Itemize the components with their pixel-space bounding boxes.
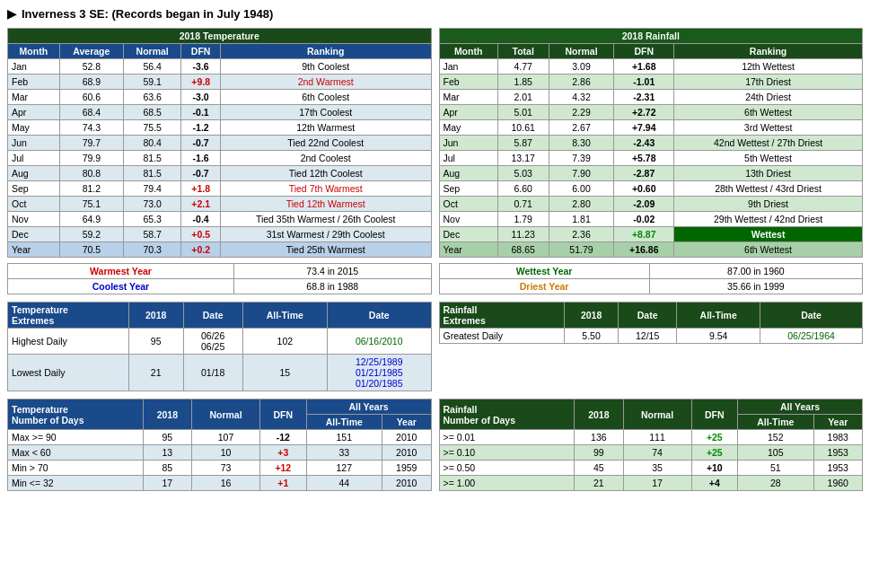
wettest-label: Wettest Year xyxy=(439,264,649,279)
table-row: Jan xyxy=(439,59,497,75)
table-row: Aug xyxy=(439,166,497,181)
rain-extremes-header-label: RainfallExtremes xyxy=(439,303,565,329)
rain-days-section: RainfallNumber of Days 2018 Normal DFN A… xyxy=(439,399,864,491)
rain-days-table: RainfallNumber of Days 2018 Normal DFN A… xyxy=(439,399,864,491)
wettest-value: 87.00 in 1960 xyxy=(649,264,862,279)
temp-col-dfn: DFN xyxy=(181,44,221,59)
table-row: Highest Daily xyxy=(8,329,129,355)
temp-col-avg: Average xyxy=(59,44,123,59)
temp-records: Warmest Year 73.4 in 2015 Coolest Year 6… xyxy=(7,263,432,294)
table-row: Min > 70 xyxy=(8,461,144,476)
rain-extremes-col-2018: 2018 xyxy=(565,303,619,329)
temp-col-ranking: Ranking xyxy=(220,44,431,59)
table-row: Jun xyxy=(439,136,497,151)
temp-days-col-year: Year xyxy=(382,415,431,430)
temp-days-col-2018: 2018 xyxy=(143,399,191,430)
rain-col-month: Month xyxy=(439,44,497,59)
temp-days-col-alltime: All-Time xyxy=(306,415,382,430)
driest-value: 35.66 in 1999 xyxy=(649,279,862,294)
rain-col-normal: Normal xyxy=(549,44,614,59)
temp-days-table: TemperatureNumber of Days 2018 Normal DF… xyxy=(7,399,432,491)
rain-col-ranking: Ranking xyxy=(674,44,863,59)
coolest-value: 68.8 in 1988 xyxy=(234,279,432,294)
table-row: Greatest Daily xyxy=(439,329,565,344)
rain-days-col-year: Year xyxy=(813,415,862,430)
driest-label: Driest Year xyxy=(439,279,649,294)
table-row: Oct xyxy=(8,197,60,212)
table-row: Dec xyxy=(439,227,497,242)
table-row: Jun xyxy=(8,136,60,151)
temp-days-header-label: TemperatureNumber of Days xyxy=(8,399,144,430)
play-icon: ▶ xyxy=(7,7,16,21)
rain-days-col-allyears: All Years xyxy=(738,399,863,415)
rain-col-total: Total xyxy=(497,44,549,59)
table-row: Mar xyxy=(439,90,497,105)
table-row: Feb xyxy=(8,75,60,90)
temp-extremes-col-2018: 2018 xyxy=(128,303,183,329)
table-row: May xyxy=(8,120,60,136)
rain-extremes-col-alltime: All-Time xyxy=(677,303,760,329)
temp-days-col-normal: Normal xyxy=(192,399,260,430)
table-row: Dec xyxy=(8,227,60,242)
rain-days-col-normal: Normal xyxy=(623,399,691,430)
table-row: Feb xyxy=(439,75,497,90)
page: ▶ Inverness 3 SE: (Records began in July… xyxy=(0,0,870,498)
rain-extremes-table: RainfallExtremes 2018 Date All-Time Date… xyxy=(439,302,864,344)
warmest-value: 73.4 in 2015 xyxy=(234,264,432,279)
temp-days-col-allyears: All Years xyxy=(306,399,431,415)
rain-days-header-label: RainfallNumber of Days xyxy=(439,399,575,430)
table-row: Max < 60 xyxy=(8,445,144,461)
subtitle-text: (Records began in July 1948) xyxy=(111,7,273,21)
table-row: Min <= 32 xyxy=(8,476,144,491)
table-row: >= 0.10 xyxy=(439,445,575,461)
warmest-label: Warmest Year xyxy=(8,264,234,279)
temp-extremes-col-date: Date xyxy=(183,303,242,329)
page-title: Inverness 3 SE: (Records began in July 1… xyxy=(22,7,273,21)
temp-days-col-dfn: DFN xyxy=(260,399,306,430)
table-row: May xyxy=(439,120,497,136)
table-row: >= 0.01 xyxy=(439,430,575,445)
temp-extremes-header-label: TemperatureExtremes xyxy=(8,303,129,329)
temp-col-month: Month xyxy=(8,44,60,59)
temp-days-section: TemperatureNumber of Days 2018 Normal DF… xyxy=(7,399,432,491)
table-row: Aug xyxy=(8,166,60,181)
table-row: Year xyxy=(8,242,60,258)
table-row: Jul xyxy=(439,151,497,166)
temp-table-section: 2018 Temperature Month Average Normal DF… xyxy=(7,28,432,294)
table-row: >= 0.50 xyxy=(439,461,575,476)
rain-days-col-dfn: DFN xyxy=(691,399,737,430)
days-grid: TemperatureNumber of Days 2018 Normal DF… xyxy=(7,399,863,491)
warmest-row: Warmest Year 73.4 in 2015 xyxy=(8,264,432,279)
temp-extremes-table: TemperatureExtremes 2018 Date All-Time D… xyxy=(7,302,432,391)
table-row: Max >= 90 xyxy=(8,430,144,445)
table-row: Mar xyxy=(8,90,60,105)
rain-section-header: 2018 Rainfall xyxy=(439,29,863,44)
table-row: Oct xyxy=(439,197,497,212)
temp-table: 2018 Temperature Month Average Normal DF… xyxy=(7,28,432,258)
title-text: Inverness 3 SE: xyxy=(22,7,109,21)
rain-records: Wettest Year 87.00 in 1960 Driest Year 3… xyxy=(439,263,864,294)
coolest-row: Coolest Year 68.8 in 1988 xyxy=(8,279,432,294)
table-row: Sep xyxy=(8,181,60,197)
title-row: ▶ Inverness 3 SE: (Records began in July… xyxy=(7,7,863,21)
table-row: Apr xyxy=(8,105,60,120)
rain-records-table: Wettest Year 87.00 in 1960 Driest Year 3… xyxy=(439,263,864,294)
temp-records-table: Warmest Year 73.4 in 2015 Coolest Year 6… xyxy=(7,263,432,294)
wettest-row: Wettest Year 87.00 in 1960 xyxy=(439,264,863,279)
temp-extremes-section: TemperatureExtremes 2018 Date All-Time D… xyxy=(7,302,432,391)
rain-table-section: 2018 Rainfall Month Total Normal DFN Ran… xyxy=(439,28,864,294)
top-tables-grid: 2018 Temperature Month Average Normal DF… xyxy=(7,28,863,294)
rain-table: 2018 Rainfall Month Total Normal DFN Ran… xyxy=(439,28,864,258)
rain-extremes-col-alltime-date: Date xyxy=(760,303,863,329)
temp-section-header: 2018 Temperature xyxy=(8,29,432,44)
table-row: Nov xyxy=(439,212,497,227)
temp-col-normal: Normal xyxy=(124,44,181,59)
rain-col-dfn: DFN xyxy=(614,44,674,59)
table-row: Sep xyxy=(439,181,497,197)
rain-extremes-col-date: Date xyxy=(619,303,677,329)
coolest-label: Coolest Year xyxy=(8,279,234,294)
temp-extremes-col-alltime: All-Time xyxy=(242,303,327,329)
rain-days-col-2018: 2018 xyxy=(575,399,623,430)
table-row: Nov xyxy=(8,212,60,227)
driest-row: Driest Year 35.66 in 1999 xyxy=(439,279,863,294)
